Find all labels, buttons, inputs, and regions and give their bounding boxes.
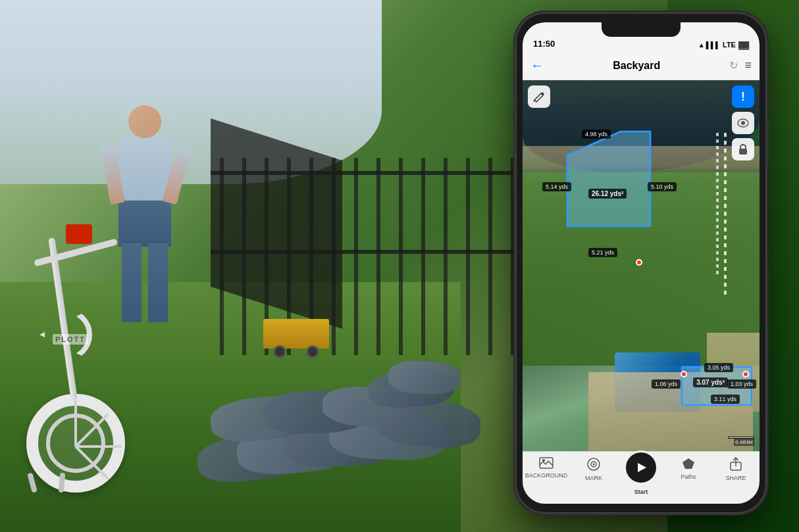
- svg-point-9: [593, 464, 595, 466]
- map-view[interactable]: 4.98 yds 5.14 yds 5.10 yds 26.12 yds² 5.…: [523, 80, 760, 451]
- measure-right: 5.10 yds: [648, 182, 677, 191]
- tab-share[interactable]: SHARE: [712, 457, 760, 481]
- network-label: LTE: [723, 41, 736, 49]
- start-tab-label: Start: [634, 489, 648, 495]
- lock-button[interactable]: [732, 138, 754, 160]
- navigation-bar: ← Backyard ↻ ≡: [523, 51, 760, 80]
- measure-seg-top-right: 3.05 yds: [704, 363, 733, 372]
- main-measurement-polygon: [549, 120, 681, 238]
- mark-tab-icon: [586, 457, 601, 473]
- phone-notch: [602, 22, 681, 37]
- measure-area-main: 26.12 yds²: [588, 189, 627, 199]
- phone-device: 11:50 ▲ ▌▌▌ LTE ▓▓ ← Backyard ↻ ≡: [516, 13, 766, 513]
- measure-left: 5.14 yds: [542, 182, 571, 191]
- phone-screen: 11:50 ▲ ▌▌▌ LTE ▓▓ ← Backyard ↻ ≡: [523, 22, 760, 504]
- svg-rect-4: [739, 149, 747, 155]
- refresh-icon[interactable]: ↻: [729, 59, 738, 72]
- scale-bar: 0.483M: [728, 437, 754, 446]
- measure-bottom-seg: 5.21 yds: [588, 248, 617, 257]
- measure-top: 4.98 yds: [582, 130, 611, 139]
- tab-paths[interactable]: Paths: [665, 457, 712, 480]
- measure-seg-bottom2: 3.11 yds: [711, 395, 740, 404]
- back-button[interactable]: ←: [530, 58, 544, 73]
- pencil-icon: [533, 91, 545, 103]
- svg-marker-11: [683, 458, 694, 469]
- nav-title: Backyard: [544, 60, 729, 72]
- mulch-bags-group: [197, 374, 480, 479]
- map-side-buttons: !: [732, 85, 754, 160]
- share-tab-label: SHARE: [725, 475, 746, 481]
- alert-button[interactable]: !: [732, 85, 754, 108]
- signal-icon: ▌▌▌: [706, 41, 720, 49]
- tab-bar: BACKGROUND MARK: [523, 451, 760, 504]
- scale-label: 0.483M: [734, 439, 754, 446]
- cart-wagon: [263, 319, 329, 358]
- polygon-svg: [549, 120, 681, 238]
- lock-icon: [738, 144, 748, 155]
- draw-tool-button[interactable]: [528, 85, 550, 108]
- start-center-button[interactable]: [624, 450, 658, 485]
- status-time: 11:50: [533, 39, 698, 49]
- measure-seg-right2: 1.03 yds: [727, 379, 756, 389]
- visibility-button[interactable]: [732, 112, 754, 134]
- paths-tab-label: Paths: [681, 473, 696, 480]
- svg-marker-0: [567, 132, 650, 226]
- background-tab-icon: [539, 457, 554, 471]
- tab-mark[interactable]: MARK: [570, 457, 617, 481]
- nav-action-icons: ↻ ≡: [729, 59, 752, 72]
- battery-icon: ▓▓: [738, 41, 749, 49]
- measure-seg-left2: 1.06 yds: [652, 379, 681, 389]
- background-tab-label: BACKGROUND: [525, 472, 568, 479]
- play-icon: [634, 461, 648, 474]
- red-node-dot-3: [742, 371, 749, 377]
- svg-point-3: [741, 121, 745, 125]
- share-tab-icon: [729, 457, 742, 473]
- location-arrow-icon: ▲: [698, 41, 705, 49]
- plott-brand-label: PLOTT: [53, 334, 88, 345]
- status-icons: ▌▌▌ LTE ▓▓: [706, 41, 749, 49]
- svg-point-6: [542, 459, 545, 462]
- phone-body: 11:50 ▲ ▌▌▌ LTE ▓▓ ← Backyard ↻ ≡: [516, 13, 766, 513]
- red-node-dot: [636, 259, 642, 266]
- red-node-dot-2: [681, 371, 687, 377]
- exclamation-icon: !: [741, 90, 745, 104]
- measure-area-small: 3.07 yds²: [693, 377, 728, 387]
- paths-tab-icon: [681, 457, 696, 472]
- tab-start[interactable]: Start: [617, 457, 665, 495]
- dotted-path-line: [724, 133, 727, 297]
- tab-background[interactable]: BACKGROUND: [523, 457, 570, 479]
- dotted-path-2: [716, 133, 719, 278]
- mark-tab-label: MARK: [585, 475, 602, 481]
- svg-marker-10: [638, 463, 646, 472]
- menu-icon[interactable]: ≡: [744, 59, 752, 72]
- person-silhouette: [105, 105, 184, 335]
- eye-icon: [737, 118, 749, 128]
